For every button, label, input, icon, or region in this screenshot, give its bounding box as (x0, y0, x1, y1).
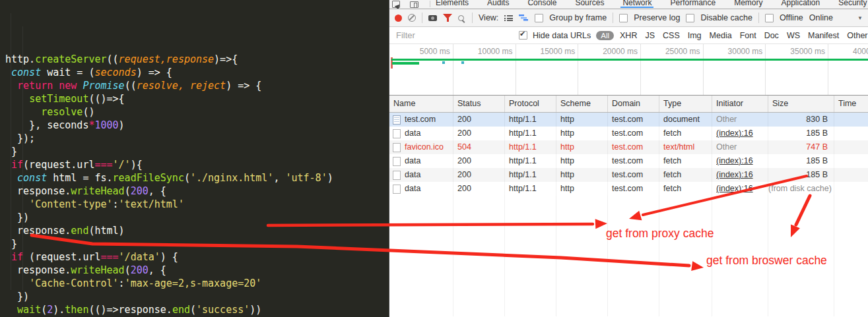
table-row[interactable]: data200http/1.1httptest.comfetch(index):… (389, 127, 868, 140)
column-header-scheme[interactable]: Scheme (556, 96, 608, 112)
cell-time (834, 113, 868, 127)
column-header-name[interactable]: Name (389, 96, 453, 112)
code-line: if(request.url==='/'){ (0, 158, 389, 171)
column-header-initiator[interactable]: Initiator (712, 96, 768, 112)
tab-application[interactable]: Application (782, 0, 820, 8)
table-row[interactable]: test.com200http/1.1httptest.comdocumentO… (389, 113, 868, 127)
code-line: setTimeout(()=>{ (0, 92, 389, 105)
view-overview-icon[interactable] (519, 14, 529, 21)
inspect-element-icon[interactable] (392, 1, 400, 8)
code-line: http.createServer((request,response)=>{ (0, 53, 389, 66)
cell-name[interactable]: data (389, 127, 453, 140)
cell-initiator[interactable]: Other (712, 113, 768, 127)
file-icon (393, 185, 401, 194)
cell-initiator[interactable]: (index):16 (712, 127, 768, 140)
disable-cache-checkbox[interactable] (686, 14, 694, 22)
code-editor[interactable]: http.createServer((request,response)=>{ … (0, 0, 389, 317)
code-line: resolve() (0, 105, 389, 119)
file-icon (393, 171, 401, 180)
code-line: const wait = (seconds) => { (0, 66, 389, 79)
cell-domain: test.com (608, 182, 659, 196)
cell-initiator[interactable]: Other (712, 140, 768, 154)
tab-console[interactable]: Console (527, 0, 556, 8)
table-row[interactable]: data200http/1.1httptest.comfetch(index):… (389, 154, 868, 168)
code-line: wait(2).then(()=>response.end('success')… (0, 303, 389, 316)
column-header-size[interactable]: Size (768, 96, 834, 112)
group-by-frame-checkbox[interactable] (535, 14, 543, 22)
search-icon[interactable] (458, 15, 464, 21)
code-line: const html = fs.readFileSync('./nginx.ht… (0, 171, 389, 185)
table-row[interactable]: data200http/1.1httptest.comfetch(index):… (389, 182, 868, 196)
cell-scheme: http (556, 140, 608, 154)
filter-type-ws[interactable]: WS (787, 31, 800, 40)
initiator-link[interactable]: (index):16 (716, 170, 753, 179)
column-header-time[interactable]: Time (834, 96, 868, 112)
cell-name[interactable]: data (389, 182, 453, 196)
table-row[interactable]: favicon.ico504http/1.1httptest.comtext/h… (389, 140, 868, 154)
network-overview-timeline[interactable]: 5000 ms10000 ms15000 ms20000 ms25000 ms3… (389, 44, 868, 96)
filter-type-font[interactable]: Font (740, 31, 756, 40)
cell-initiator[interactable]: (index):16 (712, 182, 768, 196)
divider (472, 13, 473, 23)
hide-data-urls-checkbox[interactable] (519, 31, 527, 40)
filter-type-img[interactable]: Img (688, 31, 702, 40)
cell-type: fetch (659, 127, 712, 140)
column-header-status[interactable]: Status (453, 96, 505, 112)
divider (613, 13, 613, 23)
record-icon[interactable] (395, 14, 402, 22)
cell-initiator[interactable]: (index):16 (712, 168, 768, 182)
tab-sources[interactable]: Sources (575, 0, 604, 8)
cell-protocol: http/1.1 (505, 113, 556, 127)
table-row[interactable]: data200http/1.1httptest.comfetch(index):… (389, 168, 868, 182)
column-header-type[interactable]: Type (659, 96, 712, 112)
filter-type-media[interactable]: Media (710, 31, 732, 40)
preserve-log-checkbox[interactable] (619, 14, 628, 22)
cell-scheme: http (556, 154, 608, 168)
initiator-link[interactable]: (index):16 (716, 184, 753, 193)
filter-type-js[interactable]: JS (645, 31, 655, 40)
filter-type-xhr[interactable]: XHR (620, 31, 637, 40)
initiator-link[interactable]: (index):16 (716, 129, 753, 138)
code-line: }) (0, 211, 389, 224)
device-toolbar-icon[interactable] (410, 1, 418, 8)
cell-type: fetch (659, 154, 712, 168)
tab-security[interactable]: Security (838, 0, 867, 8)
tab-network[interactable]: Network (622, 0, 651, 8)
timeline-tick-label: 35000 ms (765, 47, 825, 56)
column-header-protocol[interactable]: Protocol (505, 96, 556, 112)
cell-name[interactable]: data (389, 168, 453, 182)
timeline-tick-label: 40000 ms (828, 47, 868, 56)
filter-type-manifest[interactable]: Manifest (808, 31, 839, 40)
tab-elements[interactable]: Elements (436, 0, 469, 8)
clear-icon[interactable] (408, 14, 416, 22)
tab-performance[interactable]: Performance (670, 0, 716, 8)
tab-audits[interactable]: Audits (487, 0, 509, 8)
column-gridline (834, 196, 834, 316)
code-line: } (0, 145, 389, 158)
initiator-link[interactable]: (index):16 (716, 156, 753, 165)
filter-type-all[interactable]: All (596, 31, 614, 40)
cell-type: fetch (659, 168, 712, 182)
filter-input[interactable] (395, 30, 514, 41)
filter-type-doc[interactable]: Doc (764, 31, 779, 40)
view-list-icon[interactable] (504, 14, 513, 21)
filter-type-css[interactable]: CSS (663, 31, 680, 40)
cell-initiator[interactable]: (index):16 (712, 154, 768, 168)
cell-name[interactable]: data (389, 154, 453, 168)
throttling-select[interactable]: Online (809, 13, 833, 22)
filter-type-other[interactable]: Other (847, 31, 867, 40)
devtools-panel: ElementsAuditsConsoleSourcesNetworkPerfo… (389, 0, 868, 317)
cell-protocol: http/1.1 (505, 140, 556, 154)
screenshot-camera-icon[interactable] (428, 15, 437, 21)
chevron-down-icon[interactable]: ▼ (857, 15, 863, 21)
request-table-header: NameStatusProtocolSchemeDomainTypeInitia… (389, 96, 868, 113)
filter-funnel-icon[interactable] (443, 14, 452, 22)
offline-checkbox[interactable] (765, 14, 774, 22)
cell-name[interactable]: test.com (389, 113, 453, 127)
code-line: }) (0, 290, 389, 303)
tab-memory[interactable]: Memory (734, 0, 762, 8)
cell-name[interactable]: favicon.ico (389, 140, 453, 154)
cell-time (834, 154, 868, 168)
column-header-domain[interactable]: Domain (608, 96, 659, 112)
cell-domain: test.com (608, 154, 659, 168)
